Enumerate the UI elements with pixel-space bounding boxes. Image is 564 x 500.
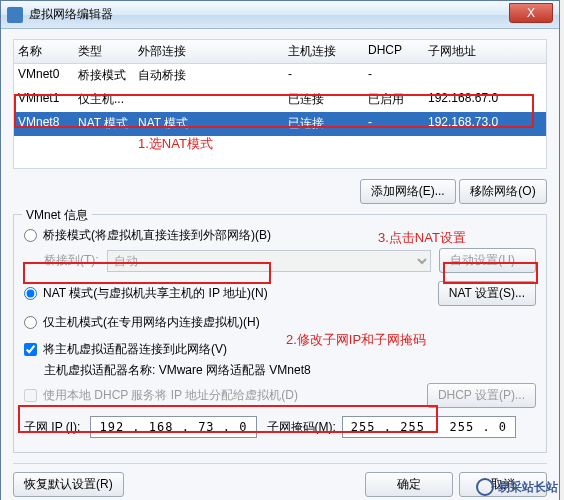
subnet-mask-label: 子网掩码(M): [267, 419, 336, 436]
connect-host-checkbox[interactable] [24, 343, 37, 356]
remove-network-button[interactable]: 移除网络(O) [459, 179, 547, 204]
subnet-row: 子网 IP (I): 192 . 168 . 73 . 0 子网掩码(M): 2… [24, 416, 536, 438]
dialog-content: 名称 类型 外部连接 主机连接 DHCP 子网地址 VMnet0 桥接模式 自动… [1, 29, 559, 500]
bridge-radio[interactable] [24, 229, 37, 242]
dhcp-checkbox [24, 389, 37, 402]
nat-label: NAT 模式(与虚拟机共享主机的 IP 地址)(N) [43, 285, 268, 302]
dhcp-row: 使用本地 DHCP 服务将 IP 地址分配给虚拟机(D) DHCP 设置(P).… [24, 383, 536, 408]
watermark-icon [476, 478, 494, 496]
dhcp-settings-button: DHCP 设置(P)... [427, 383, 536, 408]
app-icon [7, 7, 23, 23]
bottom-bar: 恢复默认设置(R) 确定 取消 [13, 463, 547, 499]
col-external[interactable]: 外部连接 [138, 43, 288, 60]
close-button[interactable]: X [509, 3, 553, 23]
connect-host-label: 将主机虚拟适配器连接到此网络(V) [43, 341, 227, 358]
nat-mode-row: NAT 模式(与虚拟机共享主机的 IP 地址)(N) NAT 设置(S)... [24, 281, 536, 306]
bridge-label: 桥接模式(将虚拟机直接连接到外部网络)(B) [43, 227, 271, 244]
nat-radio-label[interactable]: NAT 模式(与虚拟机共享主机的 IP 地址)(N) [24, 285, 268, 302]
table-row[interactable]: VMnet0 桥接模式 自动桥接 - - [14, 64, 546, 88]
network-table[interactable]: 名称 类型 外部连接 主机连接 DHCP 子网地址 VMnet0 桥接模式 自动… [13, 39, 547, 169]
hostonly-radio[interactable] [24, 316, 37, 329]
fieldset-legend: VMnet 信息 [22, 207, 92, 224]
watermark-text: 易采站长站 [498, 479, 558, 496]
table-header: 名称 类型 外部连接 主机连接 DHCP 子网地址 [14, 40, 546, 64]
col-dhcp[interactable]: DHCP [368, 43, 428, 60]
dhcp-label: 使用本地 DHCP 服务将 IP 地址分配给虚拟机(D) [43, 387, 298, 404]
ok-button[interactable]: 确定 [365, 472, 453, 497]
dialog-window: 虚拟网络编辑器 X 名称 类型 外部连接 主机连接 DHCP 子网地址 VMne… [0, 0, 560, 500]
subnet-ip-input[interactable]: 192 . 168 . 73 . 0 [90, 416, 256, 438]
window-title: 虚拟网络编辑器 [29, 6, 509, 23]
nat-settings-button[interactable]: NAT 设置(S)... [438, 281, 536, 306]
col-type[interactable]: 类型 [78, 43, 138, 60]
bridge-to-label: 桥接到(T): [44, 252, 99, 269]
bridge-to-select: 自动 [107, 250, 432, 272]
auto-settings-button: 自动设置(U)... [439, 248, 536, 273]
connect-host-row[interactable]: 将主机虚拟适配器连接到此网络(V) [24, 341, 536, 358]
watermark: 易采站长站 [476, 478, 558, 496]
titlebar[interactable]: 虚拟网络编辑器 X [1, 1, 559, 29]
bridge-mode-row[interactable]: 桥接模式(将虚拟机直接连接到外部网络)(B) [24, 227, 536, 244]
nat-radio[interactable] [24, 287, 37, 300]
col-host[interactable]: 主机连接 [288, 43, 368, 60]
hostonly-mode-row[interactable]: 仅主机模式(在专用网络内连接虚拟机)(H) [24, 314, 536, 331]
bridge-to-row: 桥接到(T): 自动 自动设置(U)... [24, 248, 536, 273]
adapter-name-label: 主机虚拟适配器名称: VMware 网络适配器 VMnet8 [44, 362, 536, 379]
subnet-ip-label: 子网 IP (I): [24, 419, 80, 436]
col-name[interactable]: 名称 [18, 43, 78, 60]
hostonly-label: 仅主机模式(在专用网络内连接虚拟机)(H) [43, 314, 260, 331]
vmnet-info-fieldset: VMnet 信息 桥接模式(将虚拟机直接连接到外部网络)(B) 桥接到(T): … [13, 214, 547, 453]
network-buttons: 添加网络(E)... 移除网络(O) [13, 179, 547, 204]
add-network-button[interactable]: 添加网络(E)... [360, 179, 456, 204]
table-row[interactable]: VMnet1 仅主机... 已连接 已启用 192.168.67.0 [14, 88, 546, 112]
restore-defaults-button[interactable]: 恢复默认设置(R) [13, 472, 124, 497]
col-subnet[interactable]: 子网地址 [428, 43, 528, 60]
subnet-mask-input[interactable]: 255 . 255 . 255 . 0 [342, 416, 516, 438]
table-row-selected[interactable]: VMnet8 NAT 模式 NAT 模式 已连接 - 192.168.73.0 [14, 112, 546, 136]
dhcp-check-label[interactable]: 使用本地 DHCP 服务将 IP 地址分配给虚拟机(D) [24, 387, 298, 404]
